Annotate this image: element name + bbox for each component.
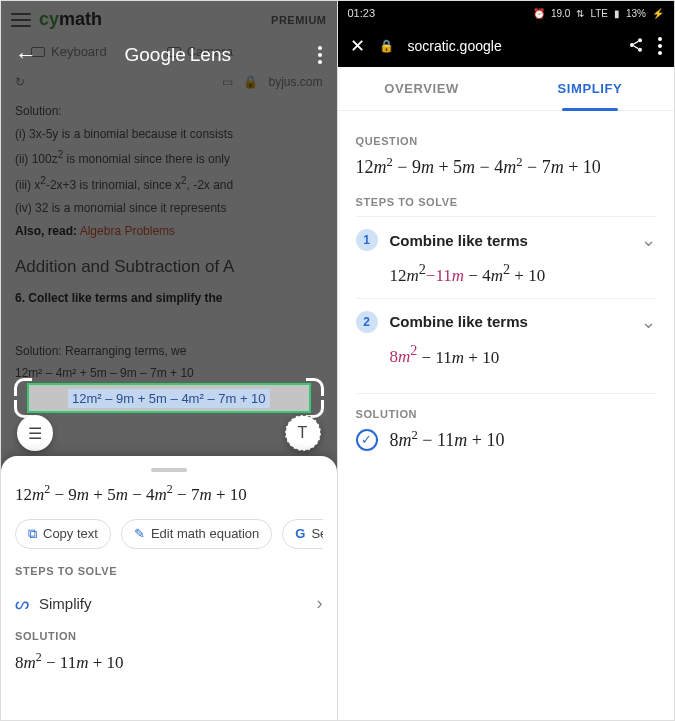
lens-toolbar: ← Google Lens bbox=[1, 35, 337, 75]
chevron-down-icon: ⌄ bbox=[641, 311, 656, 333]
lens-crop-box[interactable]: 12m² – 9m + 5m – 4m² – 7m + 10 bbox=[17, 381, 321, 415]
filter-button[interactable]: ☰ bbox=[17, 415, 53, 451]
page-url[interactable]: socratic.google bbox=[408, 38, 615, 54]
steps-label: STEPS TO SOLVE bbox=[356, 196, 657, 208]
sheet-grabber[interactable] bbox=[151, 468, 187, 472]
step-title: Combine like terms bbox=[390, 313, 630, 330]
filter-icon: ☰ bbox=[28, 424, 42, 443]
solution-label: SOLUTION bbox=[15, 630, 323, 642]
net-speed: 19.0 bbox=[551, 8, 570, 19]
close-icon[interactable]: ✕ bbox=[350, 35, 365, 57]
lock-icon: 🔒 bbox=[379, 39, 394, 53]
copy-icon: ⧉ bbox=[28, 526, 37, 542]
check-icon: ✓ bbox=[356, 429, 378, 451]
text-icon: T bbox=[298, 424, 308, 442]
tab-overview[interactable]: OVERVIEW bbox=[338, 67, 506, 110]
share-icon[interactable] bbox=[628, 37, 644, 56]
step-2-equation: 8m2 − 11m + 10 bbox=[390, 343, 657, 368]
tab-simplify[interactable]: SIMPLIFY bbox=[506, 67, 674, 110]
step-2[interactable]: 2 Combine like terms ⌄ 8m2 − 11m + 10 bbox=[356, 298, 657, 380]
lte-label: LTE bbox=[590, 8, 608, 19]
overflow-icon[interactable] bbox=[658, 37, 662, 55]
lens-title: Google Lens bbox=[125, 44, 231, 66]
action-chips: ⧉Copy text ✎Edit math equation GSe bbox=[15, 519, 323, 549]
charging-icon: ⚡ bbox=[652, 8, 664, 19]
lens-bottom-sheet[interactable]: 12m2 − 9m + 5m − 4m2 − 7m + 10 ⧉Copy tex… bbox=[1, 456, 337, 720]
battery-level: 13% bbox=[626, 8, 646, 19]
result-tabs: OVERVIEW SIMPLIFY bbox=[338, 67, 675, 111]
solution-label: SOLUTION bbox=[356, 393, 657, 420]
svg-point-0 bbox=[638, 38, 642, 42]
detected-equation: 12m2 − 9m + 5m − 4m2 − 7m + 10 bbox=[15, 482, 323, 505]
step-badge: 2 bbox=[356, 311, 378, 333]
edit-equation-chip[interactable]: ✎Edit math equation bbox=[121, 519, 272, 549]
left-phone: cymath PREMIUM Keyboard Camera ↻ ▭ 🔒 byj… bbox=[1, 1, 338, 720]
chevron-right-icon: › bbox=[317, 593, 323, 614]
google-g-icon: G bbox=[295, 526, 305, 541]
step-1-equation: 12m2−11m − 4m2 + 10 bbox=[390, 261, 657, 286]
solution-equation: 8m2 − 11m + 10 bbox=[15, 650, 323, 673]
browser-bar: ✕ 🔒 socratic.google bbox=[338, 25, 675, 67]
copy-text-chip[interactable]: ⧉Copy text bbox=[15, 519, 111, 549]
svg-point-2 bbox=[638, 47, 642, 51]
captured-equation: 12m² – 9m + 5m – 4m² – 7m + 10 bbox=[68, 389, 270, 408]
question-equation: 12m2 − 9m + 5m − 4m2 − 7m + 10 bbox=[356, 155, 657, 178]
pencil-icon: ✎ bbox=[134, 526, 145, 541]
search-chip[interactable]: GSe bbox=[282, 519, 322, 549]
question-label: QUESTION bbox=[356, 135, 657, 147]
svg-point-1 bbox=[630, 43, 634, 47]
text-select-button[interactable]: T bbox=[285, 415, 321, 451]
status-time: 01:23 bbox=[348, 7, 376, 19]
step-title: Combine like terms bbox=[390, 232, 630, 249]
simplify-icon: ᔕ bbox=[15, 594, 29, 613]
back-icon[interactable]: ← bbox=[15, 42, 37, 68]
result-body: QUESTION 12m2 − 9m + 5m − 4m2 − 7m + 10 … bbox=[338, 111, 675, 465]
status-bar: 01:23 ⏰ 19.0 ⇅ LTE ▮ 13% ⚡ bbox=[338, 1, 675, 25]
overflow-icon[interactable] bbox=[318, 46, 322, 64]
step-1[interactable]: 1 Combine like terms ⌄ 12m2−11m − 4m2 + … bbox=[356, 216, 657, 298]
simplify-step-row[interactable]: ᔕSimplify › bbox=[15, 585, 323, 622]
chevron-down-icon: ⌄ bbox=[641, 229, 656, 251]
final-solution: 8m2 − 11m + 10 bbox=[390, 428, 505, 451]
steps-label: STEPS TO SOLVE bbox=[15, 565, 323, 577]
step-badge: 1 bbox=[356, 229, 378, 251]
solution-row: ✓ 8m2 − 11m + 10 bbox=[356, 428, 657, 451]
alarm-icon: ⏰ bbox=[533, 8, 545, 19]
updown-icon: ⇅ bbox=[576, 8, 584, 19]
right-phone: 01:23 ⏰ 19.0 ⇅ LTE ▮ 13% ⚡ ✕ 🔒 socratic.… bbox=[338, 1, 675, 720]
signal-icon: ▮ bbox=[614, 8, 620, 19]
